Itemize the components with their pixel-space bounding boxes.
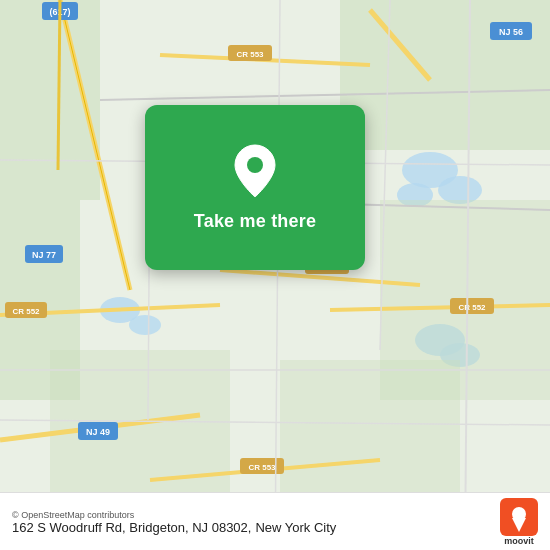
moovit-logo: moovit <box>500 498 538 546</box>
address-text: 162 S Woodruff Rd, Bridgeton, NJ 08302, <box>12 520 251 535</box>
svg-text:CR 552: CR 552 <box>12 307 40 316</box>
map-background: NJ 77 CR 553 NJ 56 CR 552 CR 552 CR 553 … <box>0 0 550 550</box>
svg-text:NJ 56: NJ 56 <box>499 27 523 37</box>
svg-text:CR 553: CR 553 <box>236 50 264 59</box>
address-section: © OpenStreetMap contributors 162 S Woodr… <box>12 508 490 535</box>
svg-rect-13 <box>280 360 460 510</box>
svg-line-49 <box>58 0 60 170</box>
osm-attribution: © OpenStreetMap contributors <box>12 510 490 520</box>
svg-text:NJ 77: NJ 77 <box>32 250 56 260</box>
svg-text:NJ 49: NJ 49 <box>86 427 110 437</box>
svg-text:CR 553: CR 553 <box>248 463 276 472</box>
svg-text:CR 552: CR 552 <box>458 303 486 312</box>
map-container: NJ 77 CR 553 NJ 56 CR 552 CR 552 CR 553 … <box>0 0 550 550</box>
take-me-there-button[interactable]: Take me there <box>194 211 316 232</box>
city-text: New York City <box>255 520 336 535</box>
action-card: Take me there <box>145 105 365 270</box>
svg-point-5 <box>129 315 161 335</box>
svg-point-2 <box>438 176 482 204</box>
svg-point-51 <box>247 157 263 173</box>
moovit-icon <box>500 498 538 536</box>
bottom-bar: © OpenStreetMap contributors 162 S Woodr… <box>0 492 550 550</box>
moovit-text: moovit <box>504 536 534 546</box>
location-pin-icon <box>230 143 280 199</box>
